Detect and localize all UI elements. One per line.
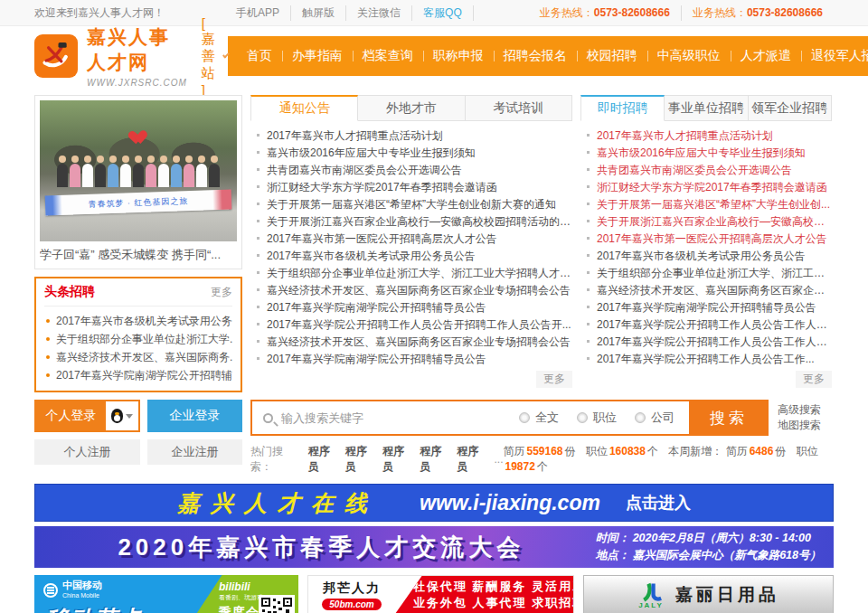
notice-list: 2017年嘉兴市人才招聘重点活动计划嘉兴市级2016年应届大中专毕业生报到须知共… <box>250 121 572 368</box>
bangmang-hr-ad[interactable]: 邦芒人力 50bm.com 社保代理 薪酬服务 灵活用工 业务外包 人事代理 求… <box>307 575 574 613</box>
job-item[interactable]: 2017年嘉兴学院南湖学院公开招聘辅导员公告 <box>584 299 832 316</box>
nav-item[interactable]: 人才派遣 <box>731 48 801 64</box>
job-item[interactable]: 2017年嘉兴学院公开招聘工作人员公告工作人员... <box>584 316 832 334</box>
job-item[interactable]: 嘉兴经济技术开发区、嘉兴国际商务区百家企业专... <box>584 282 832 299</box>
action-row: 个人登录 企业登录 个人注册 企业注册 全文 职 <box>0 392 868 475</box>
job-item-hot[interactable]: 关于开展第一届嘉兴港区“希望杯”大学生创业创... <box>584 196 832 213</box>
hot-keyword[interactable]: 程序员 <box>345 444 374 475</box>
topbar-link[interactable]: 关注微信 <box>346 5 412 21</box>
company-login-button[interactable]: 企业登录 <box>147 400 242 432</box>
personal-register-button[interactable]: 个人注册 <box>34 439 140 465</box>
job-item-hot[interactable]: 共青团嘉兴市南湖区委员会公开选调公告 <box>584 162 832 179</box>
nav-item[interactable]: 办事指南 <box>282 48 353 64</box>
map-search-link[interactable]: 地图搜索 <box>778 418 834 433</box>
notice-item[interactable]: 嘉兴市级2016年应届大中专毕业生报到须知 <box>254 145 572 162</box>
side-search-links: 高级搜索 地图搜索 <box>778 400 834 436</box>
nav-item[interactable]: 职称申报 <box>423 48 494 64</box>
topbar-link[interactable]: 触屏版 <box>291 5 346 21</box>
topbar: 欢迎来到嘉兴人事人才网！ 手机APP触屏版关注微信客服QQ 业务热线：0573-… <box>0 0 868 26</box>
job-item[interactable]: 关于组织部分企事业单位赴浙江大学、浙江工业大... <box>584 265 832 282</box>
substation-selector[interactable]: [ 嘉善站 ] <box>202 15 228 98</box>
notice-item[interactable]: 共青团嘉兴市南湖区委员会公开选调公告 <box>254 162 572 179</box>
jiaxing-talent-online-banner[interactable]: 嘉兴人才在线 www.i-jiaxing.com 点击进入 <box>34 484 834 522</box>
notice-more-link[interactable]: 更多 <box>536 371 572 388</box>
search-input[interactable] <box>281 411 519 425</box>
china-mobile-ad[interactable]: 中国移动China Mobile 移动花卡 bilibili 看番剧、玩游戏 季… <box>34 575 298 613</box>
notice-item[interactable]: 关于开展第一届嘉兴港区“希望杯”大学生创业创新大赛的通知 <box>254 196 572 213</box>
jobs-more-link[interactable]: 更多 <box>796 371 832 388</box>
headline-job-item[interactable]: 嘉兴经济技术开发区、嘉兴国际商务... <box>44 348 232 366</box>
login-area: 个人登录 企业登录 个人注册 企业注册 <box>34 400 242 475</box>
china-mobile-logo: 中国移动China Mobile <box>43 580 102 600</box>
notice-item[interactable]: 嘉兴经济技术开发区、嘉兴国际商务区百家企业专场招聘会公告 <box>254 334 572 351</box>
photo-caption[interactable]: 学子回“嘉” 感受禾城蝶变 携手同“... <box>40 241 237 269</box>
job-item-hot[interactable]: 2017年嘉兴市人才招聘重点活动计划 <box>584 127 832 145</box>
nav-item[interactable]: 首页 <box>237 48 282 64</box>
jobs-panel: 即时招聘 事业单位招聘 领军企业招聘 2017年嘉兴市人才招聘重点活动计划嘉兴市… <box>580 95 832 392</box>
hot-keyword[interactable]: 程序员 <box>382 444 411 475</box>
nav-item[interactable]: 校园招聘 <box>577 48 647 64</box>
notice-item[interactable]: 2017年嘉兴市第一医院公开招聘高层次人才公告 <box>254 231 572 248</box>
nav-item[interactable]: 招聘会报名 <box>494 48 577 64</box>
notice-item[interactable]: 浙江财经大学东方学院2017年春季招聘会邀请函 <box>254 179 572 196</box>
job-item[interactable]: 2017年嘉兴市各级机关考试录用公务员公告 <box>584 248 832 265</box>
site-identity[interactable]: 嘉兴人事人才网 WWW.JXRSRC.COM <box>87 24 187 88</box>
topbar-link[interactable]: 客服QQ <box>412 5 474 21</box>
headline-jobs-card: 头条招聘 更多 2017年嘉兴市各级机关考试录用公务...关于组织部分企事业单位… <box>34 277 242 392</box>
topbar-link[interactable]: 手机APP <box>225 5 291 21</box>
nav-item[interactable]: 中高级职位 <box>647 48 731 64</box>
personal-login-button[interactable]: 个人登录 <box>36 401 106 430</box>
search-scope-radio[interactable]: 公司 <box>635 410 675 426</box>
headline-job-item[interactable]: 2017年嘉兴市各级机关考试录用公务... <box>44 312 232 330</box>
company-register-button[interactable]: 企业注册 <box>147 439 242 465</box>
hot-keyword[interactable]: 程序员 <box>457 444 486 475</box>
spring-job-fair-banner[interactable]: 2020年嘉兴市春季人才交流大会 时间： 2020年2月8日（周六）8:30 -… <box>34 526 834 568</box>
ads-row: 中国移动China Mobile 移动花卡 bilibili 看番剧、玩游戏 季… <box>34 575 834 613</box>
job-item-hot[interactable]: 关于开展浙江嘉兴百家企业高校行—安徽高校校园... <box>584 213 832 231</box>
notice-item[interactable]: 嘉兴经济技术开发区、嘉兴国际商务区百家企业专场招聘会公告 <box>254 282 572 299</box>
search-scopes: 全文 职位 公司 <box>519 410 675 426</box>
qq-login-dropdown[interactable] <box>106 401 138 430</box>
hotline-1: 业务热线：0573-82608666 <box>529 5 681 21</box>
notice-item[interactable]: 2017年嘉兴学院南湖学院公开招聘辅导员公告 <box>254 299 572 316</box>
notice-item[interactable]: 2017年嘉兴学院公开招聘工作人员公告开招聘工作人员公告开... <box>254 316 572 334</box>
hot-keyword[interactable]: 程序员 <box>308 444 337 475</box>
notice-item[interactable]: 2017年嘉兴市人才招聘重点活动计划 <box>254 127 572 145</box>
site-logo-icon[interactable] <box>34 34 78 78</box>
advanced-search-link[interactable]: 高级搜索 <box>778 402 834 418</box>
notice-item[interactable]: 2017年嘉兴市各级机关考试录用公务员公告 <box>254 248 572 265</box>
nav-item[interactable]: 档案查询 <box>353 48 423 64</box>
tab-public-institutions[interactable]: 事业单位招聘 <box>665 95 748 121</box>
hot-keyword[interactable]: 程序员 <box>420 444 448 475</box>
headline-job-item[interactable]: 2017年嘉兴学院南湖学院公开招聘辅... <box>44 366 232 384</box>
tab-exam-training[interactable]: 考试培训 <box>466 95 572 121</box>
job-item[interactable]: 2017年嘉兴学院公开招聘工作人员公告工作... <box>584 351 832 368</box>
headline-more-link[interactable]: 更多 <box>211 285 232 300</box>
job-item-hot[interactable]: 嘉兴市级2016年应届大中专毕业生报到须知 <box>584 145 832 162</box>
job-item-hot[interactable]: 浙江财经大学东方学院2017年春季招聘会邀请函 <box>584 179 832 196</box>
notice-item[interactable]: 2017年嘉兴学院南湖学院公开招聘辅导员公告 <box>254 351 572 368</box>
search-scope-radio[interactable]: 全文 <box>519 410 559 426</box>
headline-jobs-list: 2017年嘉兴市各级机关考试录用公务...关于组织部分企事业单位赴浙江大学...… <box>44 306 232 384</box>
tab-other-cities[interactable]: 外地才市 <box>358 95 465 121</box>
radio-icon <box>519 412 530 423</box>
tab-leading-companies[interactable]: 领军企业招聘 <box>749 95 832 121</box>
nav-item[interactable]: 退役军人招聘 <box>801 48 868 64</box>
jobs-tabs: 即时招聘 事业单位招聘 领军企业招聘 <box>580 95 832 121</box>
job-item[interactable]: 2017年嘉兴学院公开招聘工作人员公告工作人员... <box>584 334 832 351</box>
banner2-info: 时间： 2020年2月8日（周六）8:30 - 14:00 地点： 嘉兴国际会展… <box>596 530 821 564</box>
search-scope-radio[interactable]: 职位 <box>577 410 617 426</box>
mobile-huaka-title: 移动花卡 <box>45 604 143 613</box>
search-button[interactable]: 搜索 <box>689 400 769 436</box>
jaly-ad[interactable]: JALY 嘉丽日用品 <box>583 575 834 613</box>
tab-instant-jobs[interactable]: 即时招聘 <box>580 95 665 121</box>
headline-job-item[interactable]: 关于组织部分企事业单位赴浙江大学... <box>44 330 232 348</box>
bangmang-brand: 邦芒人力 <box>323 580 381 597</box>
welcome-text: 欢迎来到嘉兴人事人才网！ <box>34 5 165 21</box>
notice-item[interactable]: 关于组织部分企事业单位赴浙江大学、浙江工业大学招聘人才的... <box>254 265 572 282</box>
tab-notice[interactable]: 通知公告 <box>250 95 358 121</box>
news-photo-card[interactable]: 青春筑梦 · 红色基因之旅 学子回“嘉” 感受禾城蝶变 携手同“... <box>34 95 242 269</box>
job-item-hot[interactable]: 2017年嘉兴市第一医院公开招聘高层次人才公告 <box>584 231 832 248</box>
banner1-cta: 点击进入 <box>626 492 691 514</box>
notice-item[interactable]: 关于开展浙江嘉兴百家企业高校行—安徽高校校园招聘活动的通... <box>254 213 572 231</box>
